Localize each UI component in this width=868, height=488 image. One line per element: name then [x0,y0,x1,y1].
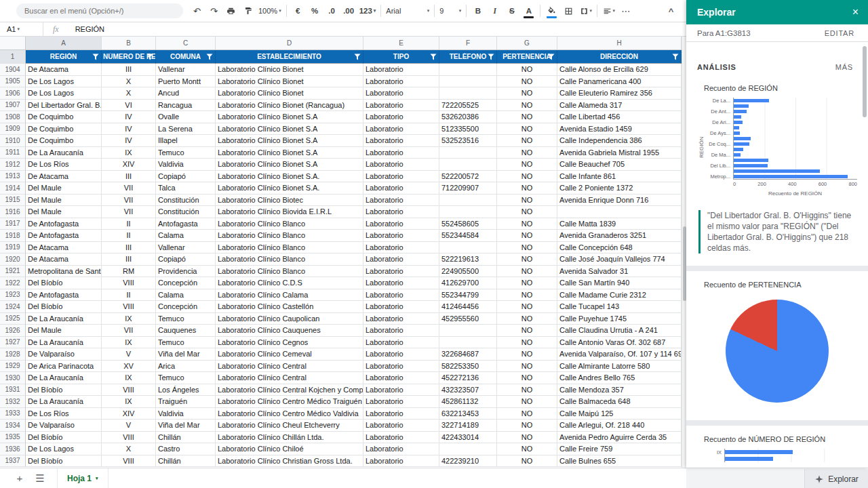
cell[interactable]: De Antofagasta [26,218,102,230]
row-number[interactable]: 1926 [0,325,26,337]
cell[interactable]: Laboratorio Clínico Blanco [216,218,363,230]
currency-format-button[interactable]: € [290,2,307,20]
cell[interactable]: Calle Bulnes 655 [557,455,682,468]
cell[interactable] [439,76,497,88]
cell[interactable]: Laboratorio [363,64,439,76]
row-number[interactable]: 1930 [0,372,26,384]
cell[interactable]: NO [497,396,557,408]
cell[interactable]: RM [102,266,156,278]
cell[interactable]: 552458605 [439,218,497,230]
cell[interactable]: Calle Andres Bello 765 [557,372,682,384]
cell[interactable]: Laboratorio [363,242,439,254]
column-header-cell[interactable]: PERTENENCIA [497,50,557,64]
cell[interactable]: NO [497,218,557,230]
horizontal-align-button[interactable]: ▾ [600,2,617,20]
cell[interactable]: XIV [102,159,156,171]
column-letter-D[interactable]: D [216,37,363,49]
cell[interactable]: De Antofagasta [26,289,102,302]
cell[interactable]: De Los Lagos [26,87,102,100]
row-number[interactable]: 1904 [0,64,26,76]
cell[interactable]: Temuco [156,147,216,159]
cell[interactable]: IV [102,123,156,136]
cell[interactable]: Temuco [156,337,216,349]
fill-color-button[interactable] [543,2,560,20]
cell[interactable]: Concepción [156,277,216,289]
cell[interactable]: Calle Matta 1839 [557,218,682,230]
cell[interactable]: IX [102,396,156,408]
column-header-cell[interactable]: TIPO [363,50,439,64]
cell[interactable] [439,64,497,76]
cell[interactable]: NO [497,242,557,254]
row-number[interactable]: 1911 [0,147,26,159]
cell[interactable]: VIII [102,432,156,444]
cell[interactable]: V [102,348,156,361]
cell[interactable]: NO [497,76,557,88]
filter-icon[interactable] [488,54,494,60]
cell[interactable]: 632213453 [439,408,497,420]
cell[interactable]: Ancud [156,87,216,100]
cell[interactable]: Laboratorio [363,253,439,266]
cell[interactable]: NO [497,443,557,455]
cell[interactable]: NO [497,372,557,384]
row-number[interactable]: 1937 [0,455,26,468]
explore-button[interactable]: Explorar [804,469,868,488]
cell[interactable]: 552344584 [439,230,497,242]
cell[interactable]: Avenida Valparaíso, Of. 107 y 114 694 [557,348,682,361]
cell[interactable]: Laboratorio [363,266,439,278]
cell[interactable]: De La Araucanía [26,372,102,384]
cell[interactable]: Copiapó [156,171,216,183]
column-letter-E[interactable]: E [363,37,439,49]
cell[interactable]: Avenida Granaderos 3251 [557,230,682,242]
cell[interactable]: VII [102,182,156,195]
cell[interactable]: Del Bíobío [26,277,102,289]
more-toolbar-button[interactable]: ⋯ [617,2,634,20]
cell[interactable]: Laboratorio [363,443,439,455]
cell[interactable]: Calle Concepción 648 [557,242,682,254]
cell[interactable]: Avenida Gabriela Mistral 1955 [557,147,682,159]
cell[interactable]: III [102,171,156,183]
increase-decimals-button[interactable]: .00 [340,2,357,20]
cell[interactable]: Laboratorio Clínico Central [216,361,363,373]
cell[interactable]: Calle Mendoza 357 [557,384,682,396]
cell[interactable]: Laboratorio [363,289,439,302]
cell[interactable]: VIII [102,277,156,289]
collapse-toolbar-button[interactable]: ^ [663,2,679,20]
cell[interactable]: Constitución [156,206,216,218]
cell[interactable]: Del Libertador Gral. B. O'Higgins [26,100,102,112]
cell[interactable]: NO [497,277,557,289]
cell[interactable]: Laboratorio Clínico Chillán Ltda. [216,432,363,444]
cell[interactable]: II [102,230,156,242]
cell[interactable]: 412464456 [439,301,497,313]
filter-icon[interactable] [206,54,213,60]
cell[interactable]: Laboratorio Clínico Cegnos [216,337,363,349]
cell[interactable]: 512335500 [439,123,497,136]
row-number[interactable]: 1936 [0,443,26,455]
cell[interactable]: Calle Almirante Latorre 580 [557,361,682,373]
cell[interactable]: Laboratorio Clínico Bionet (Rancagua) [216,100,363,112]
cell[interactable]: Laboratorio [363,147,439,159]
cell[interactable]: Ovalle [156,111,216,123]
cell[interactable]: Laboratorio [363,301,439,313]
cell[interactable]: 322714189 [439,420,497,432]
row-number[interactable]: 1915 [0,195,26,207]
cell[interactable]: Laboratorio [363,277,439,289]
paint-format-button[interactable] [239,2,256,20]
cell[interactable]: NO [497,266,557,278]
filter-icon[interactable] [92,54,99,60]
sheet-tab-hoja1[interactable]: Hoja 1 ▾ [57,468,108,488]
cell[interactable]: Calle Balmaceda 648 [557,396,682,408]
cell[interactable]: Laboratorio Clínico Central Kojchen y Co… [216,384,363,396]
cell[interactable]: Del Maule [26,206,102,218]
cell[interactable]: Laboratorio Clínico Biovida E.I.R.L [216,206,363,218]
row-number[interactable]: 1922 [0,277,26,289]
cell[interactable]: NO [497,123,557,136]
cell[interactable]: VII [102,195,156,207]
cell[interactable]: Laboratorio [363,206,439,218]
cell[interactable]: Calle 2 Poniente 1372 [557,182,682,195]
filter-icon[interactable] [146,54,153,60]
cell[interactable]: De Atacama [26,171,102,183]
cell[interactable]: Avenida Enrique Donn 716 [557,195,682,207]
cell[interactable]: Laboratorio Clínico Bionet S.A [216,111,363,123]
row-number[interactable]: 1935 [0,432,26,444]
cell[interactable]: 422433014 [439,432,497,444]
